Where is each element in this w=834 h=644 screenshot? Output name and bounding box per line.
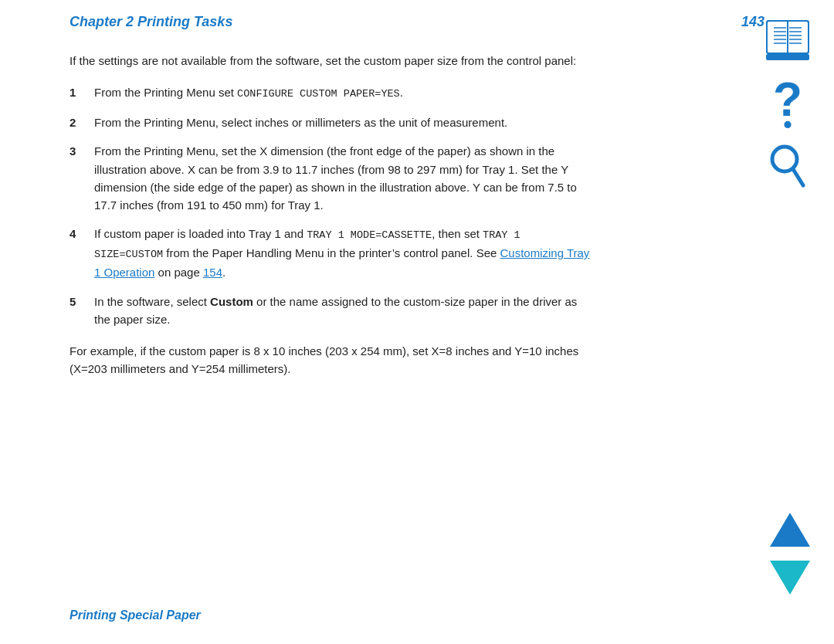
step-text: From the Printing Menu, set the X dimens… bbox=[94, 142, 595, 214]
svg-point-15 bbox=[784, 121, 791, 128]
step-number: 4 bbox=[70, 225, 94, 281]
monospace-text: CONFIGURE CUSTOM PAPER=YES bbox=[237, 88, 400, 100]
step-number: 5 bbox=[70, 293, 94, 329]
question-icon[interactable]: ? bbox=[768, 79, 808, 128]
book-icon[interactable] bbox=[763, 15, 812, 65]
footer-label: Printing Special Paper bbox=[70, 608, 201, 622]
list-item: 3 From the Printing Menu, set the X dime… bbox=[70, 142, 595, 214]
page-154-link[interactable]: 154 bbox=[203, 266, 222, 279]
example-paragraph: For example, if the custom paper is 8 x … bbox=[70, 342, 595, 378]
svg-rect-13 bbox=[766, 54, 809, 60]
svg-marker-19 bbox=[770, 561, 810, 595]
footer-text: Printing Special Paper bbox=[70, 608, 201, 622]
intro-paragraph: If the settings are not available from t… bbox=[70, 52, 595, 69]
monospace-text: TRAY 1 MODE=CASSETTE bbox=[307, 229, 432, 241]
list-item: 5 In the software, select Custom or the … bbox=[70, 293, 595, 329]
steps-list: 1 From the Printing Menu set CONFIGURE C… bbox=[70, 83, 595, 328]
list-item: 1 From the Printing Menu set CONFIGURE C… bbox=[70, 83, 595, 103]
customizing-tray-link[interactable]: Customizing Tray 1 Operation bbox=[94, 246, 589, 279]
step-text: From the Printing Menu set CONFIGURE CUS… bbox=[94, 83, 595, 103]
svg-line-17 bbox=[793, 169, 803, 185]
arrow-down-icon[interactable] bbox=[768, 558, 812, 598]
step-number: 3 bbox=[70, 142, 94, 214]
page-number: 143 bbox=[741, 14, 764, 30]
navigation-arrows bbox=[768, 510, 812, 598]
step-text: In the software, select Custom or the na… bbox=[94, 293, 595, 329]
step-text: If custom paper is loaded into Tray 1 an… bbox=[94, 225, 595, 281]
list-item: 4 If custom paper is loaded into Tray 1 … bbox=[70, 225, 595, 281]
bold-text: Custom bbox=[210, 295, 253, 308]
page-header: Chapter 2 Printing Tasks 143 bbox=[0, 0, 834, 38]
sidebar-icons: ? bbox=[763, 15, 812, 192]
step-number: 1 bbox=[70, 83, 94, 103]
step-number: 2 bbox=[70, 114, 94, 131]
svg-text:?: ? bbox=[773, 79, 802, 126]
main-content: If the settings are not available from t… bbox=[0, 38, 664, 378]
chapter-label: Chapter 2 Printing Tasks bbox=[70, 14, 232, 30]
list-item: 2 From the Printing Menu, select inches … bbox=[70, 114, 595, 131]
svg-marker-18 bbox=[770, 513, 810, 547]
search-icon[interactable] bbox=[768, 142, 808, 192]
step-text: From the Printing Menu, select inches or… bbox=[94, 114, 595, 131]
arrow-up-icon[interactable] bbox=[768, 510, 812, 550]
